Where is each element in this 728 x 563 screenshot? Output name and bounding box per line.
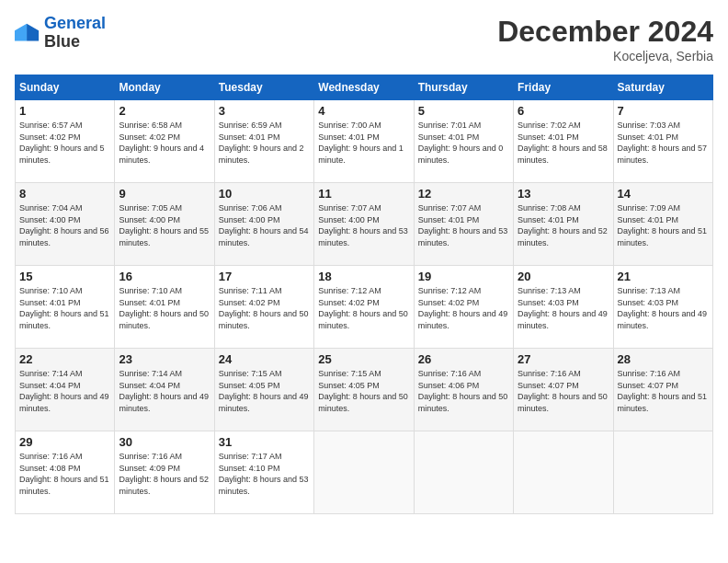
calendar-cell: 11Sunrise: 7:07 AMSunset: 4:00 PMDayligh… [314,183,414,266]
calendar-cell: 12Sunrise: 7:07 AMSunset: 4:01 PMDayligh… [414,183,513,266]
calendar-cell: 2Sunrise: 6:58 AMSunset: 4:02 PMDaylight… [115,100,214,183]
location: Koceljeva, Serbia [497,49,713,63]
day-number: 5 [418,104,509,118]
day-detail: Sunrise: 7:04 AMSunset: 4:00 PMDaylight:… [19,202,110,248]
calendar-cell: 3Sunrise: 6:59 AMSunset: 4:01 PMDaylight… [214,100,313,183]
title-block: December 2024 Koceljeva, Serbia [497,15,713,63]
day-detail: Sunrise: 7:05 AMSunset: 4:00 PMDaylight:… [119,202,210,248]
calendar-week-3: 15Sunrise: 7:10 AMSunset: 4:01 PMDayligh… [16,266,713,349]
day-detail: Sunrise: 7:15 AMSunset: 4:05 PMDaylight:… [318,368,409,414]
calendar-cell: 26Sunrise: 7:16 AMSunset: 4:06 PMDayligh… [414,349,513,431]
day-detail: Sunrise: 7:10 AMSunset: 4:01 PMDaylight:… [19,285,110,331]
day-number: 8 [19,187,110,201]
calendar-cell [613,431,712,514]
calendar-week-1: 1Sunrise: 6:57 AMSunset: 4:02 PMDaylight… [16,100,713,183]
calendar-cell: 20Sunrise: 7:13 AMSunset: 4:03 PMDayligh… [514,266,613,349]
day-detail: Sunrise: 6:58 AMSunset: 4:02 PMDaylight:… [119,120,210,166]
day-detail: Sunrise: 7:06 AMSunset: 4:00 PMDaylight:… [219,202,310,248]
day-number: 30 [119,435,210,449]
calendar-cell: 17Sunrise: 7:11 AMSunset: 4:02 PMDayligh… [214,266,313,349]
day-number: 27 [518,352,609,366]
day-detail: Sunrise: 7:13 AMSunset: 4:03 PMDaylight:… [618,285,709,331]
calendar-cell: 1Sunrise: 6:57 AMSunset: 4:02 PMDaylight… [16,100,115,183]
calendar-cell: 22Sunrise: 7:14 AMSunset: 4:04 PMDayligh… [16,349,115,431]
logo-icon [15,20,40,46]
day-detail: Sunrise: 7:07 AMSunset: 4:01 PMDaylight:… [418,202,509,248]
header-thursday: Thursday [414,75,513,100]
day-number: 11 [318,187,409,201]
header-friday: Friday [514,75,613,100]
calendar-body: 1Sunrise: 6:57 AMSunset: 4:02 PMDaylight… [16,100,713,514]
calendar-cell: 21Sunrise: 7:13 AMSunset: 4:03 PMDayligh… [613,266,712,349]
month-title: December 2024 [497,15,713,49]
day-number: 16 [119,270,210,283]
day-number: 20 [518,270,609,283]
day-number: 12 [418,187,509,201]
day-number: 4 [318,104,409,118]
calendar-cell: 27Sunrise: 7:16 AMSunset: 4:07 PMDayligh… [514,349,613,431]
day-number: 9 [119,187,210,201]
day-detail: Sunrise: 7:17 AMSunset: 4:10 PMDaylight:… [219,451,310,497]
svg-marker-0 [27,24,39,41]
day-number: 6 [518,104,609,118]
day-number: 1 [19,104,110,118]
calendar-cell: 4Sunrise: 7:00 AMSunset: 4:01 PMDaylight… [314,100,414,183]
day-number: 7 [618,104,709,118]
day-detail: Sunrise: 7:15 AMSunset: 4:05 PMDaylight:… [219,368,310,414]
day-number: 10 [219,187,310,201]
calendar-header-row: SundayMondayTuesdayWednesdayThursdayFrid… [16,75,713,100]
day-detail: Sunrise: 7:14 AMSunset: 4:04 PMDaylight:… [19,368,110,414]
day-detail: Sunrise: 7:14 AMSunset: 4:04 PMDaylight:… [119,368,210,414]
calendar-cell: 10Sunrise: 7:06 AMSunset: 4:00 PMDayligh… [214,183,313,266]
calendar-cell: 24Sunrise: 7:15 AMSunset: 4:05 PMDayligh… [214,349,313,431]
calendar-cell: 8Sunrise: 7:04 AMSunset: 4:00 PMDaylight… [16,183,115,266]
day-detail: Sunrise: 7:09 AMSunset: 4:01 PMDaylight:… [618,202,709,248]
day-number: 26 [418,352,509,366]
calendar-cell: 14Sunrise: 7:09 AMSunset: 4:01 PMDayligh… [613,183,712,266]
calendar-cell: 18Sunrise: 7:12 AMSunset: 4:02 PMDayligh… [314,266,414,349]
calendar-cell: 9Sunrise: 7:05 AMSunset: 4:00 PMDaylight… [115,183,214,266]
calendar-cell [414,431,513,514]
day-detail: Sunrise: 7:10 AMSunset: 4:01 PMDaylight:… [119,285,210,331]
calendar-cell: 30Sunrise: 7:16 AMSunset: 4:09 PMDayligh… [115,431,214,514]
day-detail: Sunrise: 7:16 AMSunset: 4:09 PMDaylight:… [119,451,210,497]
day-number: 24 [219,352,310,366]
logo: General Blue [15,15,106,52]
calendar-table: SundayMondayTuesdayWednesdayThursdayFrid… [15,75,713,514]
day-number: 3 [219,104,310,118]
calendar-cell [314,431,414,514]
day-number: 29 [19,435,110,449]
day-detail: Sunrise: 7:13 AMSunset: 4:03 PMDaylight:… [518,285,609,331]
day-detail: Sunrise: 7:16 AMSunset: 4:07 PMDaylight:… [518,368,609,414]
calendar-cell: 5Sunrise: 7:01 AMSunset: 4:01 PMDaylight… [414,100,513,183]
calendar-cell: 7Sunrise: 7:03 AMSunset: 4:01 PMDaylight… [613,100,712,183]
header-tuesday: Tuesday [214,75,313,100]
day-number: 15 [19,270,110,283]
header-sunday: Sunday [16,75,115,100]
calendar-week-2: 8Sunrise: 7:04 AMSunset: 4:00 PMDaylight… [16,183,713,266]
logo-text: General Blue [44,15,106,52]
calendar-cell: 23Sunrise: 7:14 AMSunset: 4:04 PMDayligh… [115,349,214,431]
page-header: General Blue December 2024 Koceljeva, Se… [15,15,713,63]
calendar-cell: 13Sunrise: 7:08 AMSunset: 4:01 PMDayligh… [514,183,613,266]
day-detail: Sunrise: 6:57 AMSunset: 4:02 PMDaylight:… [19,120,110,166]
calendar-week-5: 29Sunrise: 7:16 AMSunset: 4:08 PMDayligh… [16,431,713,514]
day-number: 23 [119,352,210,366]
day-detail: Sunrise: 7:07 AMSunset: 4:00 PMDaylight:… [318,202,409,248]
header-saturday: Saturday [613,75,712,100]
day-number: 31 [219,435,310,449]
calendar-cell: 31Sunrise: 7:17 AMSunset: 4:10 PMDayligh… [214,431,313,514]
day-number: 17 [219,270,310,283]
day-detail: Sunrise: 7:12 AMSunset: 4:02 PMDaylight:… [418,285,509,331]
day-detail: Sunrise: 7:16 AMSunset: 4:07 PMDaylight:… [618,368,709,414]
header-monday: Monday [115,75,214,100]
day-number: 21 [618,270,709,283]
day-number: 25 [318,352,409,366]
day-detail: Sunrise: 7:01 AMSunset: 4:01 PMDaylight:… [418,120,509,166]
day-detail: Sunrise: 6:59 AMSunset: 4:01 PMDaylight:… [219,120,310,166]
calendar-cell: 19Sunrise: 7:12 AMSunset: 4:02 PMDayligh… [414,266,513,349]
calendar-cell: 15Sunrise: 7:10 AMSunset: 4:01 PMDayligh… [16,266,115,349]
header-wednesday: Wednesday [314,75,414,100]
day-number: 28 [618,352,709,366]
day-detail: Sunrise: 7:11 AMSunset: 4:02 PMDaylight:… [219,285,310,331]
